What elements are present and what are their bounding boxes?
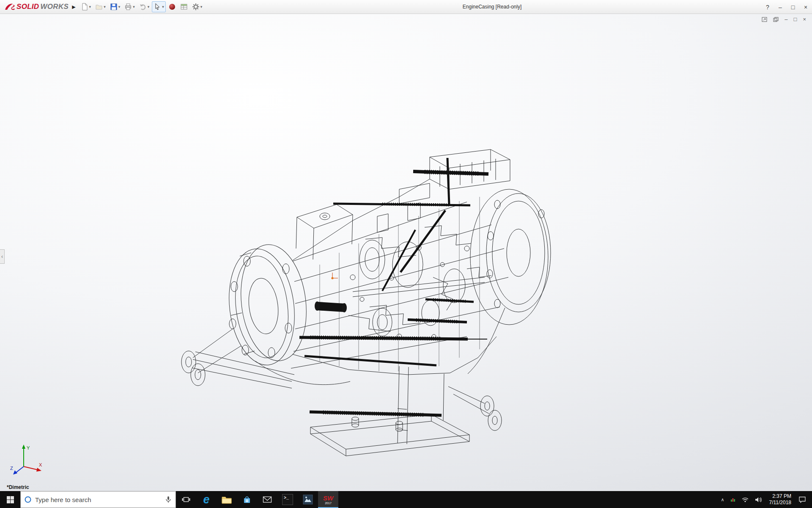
doc-close-button[interactable]: × (803, 17, 806, 22)
featuremanager-collapse-arrow[interactable]: ‹ (0, 249, 5, 264)
tray-chevron-up-icon[interactable]: ∧ (718, 491, 727, 508)
triad-y-label: Y (27, 445, 30, 450)
solidworks-year-label: 2017 (325, 502, 332, 505)
gear-icon (192, 3, 200, 11)
doc-minimize-button[interactable]: – (785, 17, 787, 22)
orientation-triad: Y X Z (9, 440, 45, 476)
settings-button[interactable]: ▾ (190, 1, 204, 12)
open-button[interactable]: ▾ (93, 1, 107, 12)
solidworks-taskbar-button[interactable]: SW 2017 (318, 491, 338, 508)
solidworks-logo: SOLIDWORKS (0, 3, 71, 11)
edge-icon: e (203, 494, 209, 505)
table-icon (180, 3, 188, 11)
edge-button[interactable]: e (196, 491, 217, 508)
select-tool-button[interactable]: ▾ (152, 1, 166, 12)
undo-button[interactable]: ▾ (137, 1, 151, 12)
new-document-icon (81, 3, 88, 11)
system-tray: ∧ 2:37 PM 7/11/2018 (718, 491, 812, 508)
options-table-button[interactable] (178, 1, 189, 12)
quick-access-toolbar: ▾ ▾ ▾ ▾ (79, 1, 204, 12)
print-button[interactable]: ▾ (123, 1, 137, 12)
titlebar: SOLIDWORKS ▶ ▾ ▾ ▾ (0, 0, 812, 14)
windows-logo-icon (7, 496, 14, 503)
wireframe-shafts (299, 158, 488, 415)
save-button[interactable]: ▾ (108, 1, 122, 12)
brand-works: WORKS (40, 3, 69, 11)
open-folder-icon (95, 3, 103, 11)
store-bag-icon (242, 495, 252, 504)
close-button[interactable]: × (799, 0, 812, 14)
dropdown-caret-icon[interactable]: ▾ (200, 5, 203, 9)
search-input[interactable] (35, 496, 161, 503)
mail-button[interactable] (257, 491, 277, 508)
dropdown-caret-icon[interactable]: ▾ (133, 5, 135, 9)
dropdown-caret-icon[interactable]: ▾ (162, 5, 164, 9)
red-sphere-icon (168, 3, 176, 11)
microphone-icon[interactable] (165, 496, 172, 503)
volume-icon[interactable] (752, 491, 765, 508)
origin-marker (331, 273, 338, 279)
window-arrange-icon[interactable] (762, 17, 767, 22)
minimize-button[interactable]: – (774, 0, 787, 14)
dropdown-caret-icon[interactable]: ▾ (148, 5, 150, 9)
window-new-icon[interactable] (773, 17, 779, 22)
dropdown-caret-icon[interactable]: ▾ (118, 5, 121, 9)
window-controls: ? – □ × (761, 0, 812, 14)
task-view-icon (182, 496, 190, 503)
save-icon (110, 3, 118, 11)
task-view-button[interactable] (176, 491, 196, 508)
photos-icon (303, 494, 313, 505)
graphics-area[interactable]: – □ × ‹ (0, 14, 812, 491)
store-button[interactable] (237, 491, 257, 508)
start-button[interactable] (0, 491, 20, 508)
clock-time: 2:37 PM (769, 493, 792, 500)
dropdown-caret-icon[interactable]: ▾ (104, 5, 106, 9)
toolbar-flyout-arrow-icon[interactable]: ▶ (71, 3, 79, 11)
maximize-button[interactable]: □ (787, 0, 799, 14)
photos-button[interactable] (298, 491, 318, 508)
dropdown-caret-icon[interactable]: ▾ (89, 5, 91, 9)
engine-casing-wireframe[interactable] (171, 138, 556, 459)
brand-solid: SOLID (16, 3, 39, 11)
windows-taskbar: e >_ SW 2017 (0, 491, 812, 508)
wireframe-outlines (181, 149, 551, 456)
doc-restore-button[interactable]: □ (794, 17, 797, 22)
print-icon (124, 3, 132, 11)
command-prompt-icon: >_ (282, 494, 293, 505)
file-explorer-button[interactable] (217, 491, 237, 508)
dassault-mark-icon (4, 3, 15, 11)
new-document-button[interactable]: ▾ (79, 1, 93, 12)
triad-x-label: X (39, 462, 42, 467)
mail-envelope-icon (263, 496, 272, 503)
window-title: EngineCasing [Read-only] (463, 4, 521, 10)
undo-icon (139, 3, 147, 11)
cortana-icon (24, 496, 32, 503)
document-window-controls: – □ × (762, 17, 806, 22)
triad-z-label: Z (10, 466, 13, 471)
solidworks-app-icon: SW 2017 (323, 495, 333, 505)
action-center-icon[interactable] (796, 491, 809, 508)
command-prompt-button[interactable]: >_ (277, 491, 298, 508)
clock-date: 7/11/2018 (769, 500, 792, 506)
view-orientation-label: *Dimetric (7, 484, 29, 490)
file-explorer-icon (222, 495, 232, 504)
resource-monitor-icon[interactable] (727, 491, 738, 508)
network-icon[interactable] (738, 491, 752, 508)
solidworks-sw-glyph: SW (323, 495, 333, 501)
sphere-tool-button[interactable] (167, 1, 178, 12)
select-cursor-icon (154, 3, 161, 11)
taskbar-search[interactable] (20, 491, 176, 508)
help-button[interactable]: ? (761, 0, 774, 14)
taskbar-clock[interactable]: 2:37 PM 7/11/2018 (765, 493, 796, 506)
